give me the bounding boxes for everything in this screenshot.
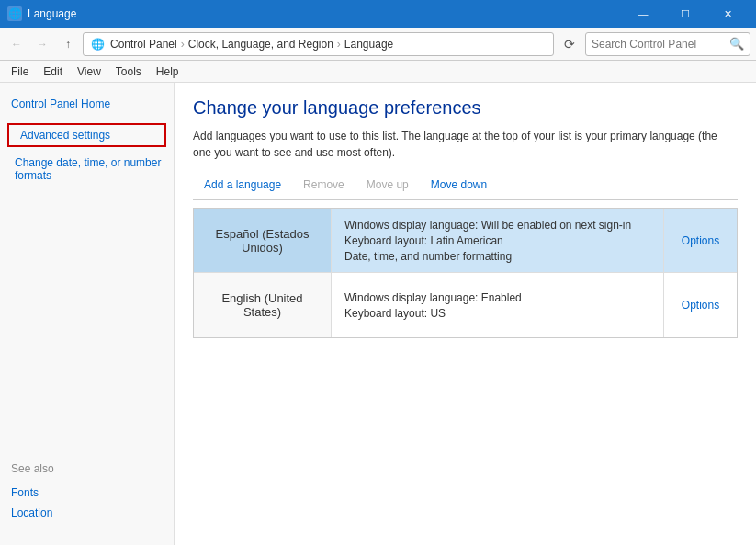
- menu-edit[interactable]: Edit: [36, 63, 70, 80]
- breadcrumb-control-panel: Control Panel: [110, 38, 177, 51]
- title-bar: 🌐 Language — ☐ ✕: [0, 0, 756, 28]
- sidebar-home-link[interactable]: Control Panel Home: [0, 94, 174, 114]
- sidebar-advanced-settings[interactable]: Advanced settings: [7, 123, 166, 147]
- menu-bar: File Edit View Tools Help: [0, 61, 756, 83]
- lang-name-english: English (United States): [194, 273, 332, 337]
- options-link-spanish[interactable]: Options: [682, 234, 719, 247]
- see-also-label: See also: [0, 459, 174, 479]
- window-title: Language: [28, 7, 622, 20]
- sep2: ›: [337, 38, 341, 51]
- lang-options-spanish: Options: [663, 209, 737, 272]
- sidebar: Control Panel Home Advanced settings Cha…: [0, 83, 175, 545]
- remove-button[interactable]: Remove: [292, 176, 355, 194]
- menu-help[interactable]: Help: [149, 63, 186, 80]
- lang-info1-spanish: Windows display language: Will be enable…: [344, 219, 650, 232]
- move-up-button[interactable]: Move up: [355, 176, 420, 194]
- sidebar-bottom: See also Fonts Location: [0, 448, 174, 534]
- up-button[interactable]: ↑: [57, 33, 79, 55]
- breadcrumb-language: Language: [344, 38, 393, 51]
- content-area: Change your language preferences Add lan…: [175, 83, 756, 545]
- menu-tools[interactable]: Tools: [108, 63, 149, 80]
- page-title: Change your language preferences: [193, 97, 738, 119]
- main-layout: Control Panel Home Advanced settings Cha…: [0, 83, 756, 545]
- minimize-button[interactable]: —: [622, 0, 664, 28]
- lang-info1-english: Windows display language: Enabled: [344, 291, 650, 304]
- sep1: ›: [181, 38, 185, 51]
- lang-info2-spanish: Keyboard layout: Latin American: [344, 234, 650, 247]
- maximize-button[interactable]: ☐: [664, 0, 706, 28]
- window-controls: — ☐ ✕: [622, 0, 749, 28]
- menu-view[interactable]: View: [70, 63, 108, 80]
- address-path[interactable]: 🌐 Control Panel › Clock, Language, and R…: [83, 32, 554, 56]
- menu-file[interactable]: File: [4, 63, 36, 80]
- search-input[interactable]: [592, 38, 729, 51]
- back-button[interactable]: ←: [6, 33, 28, 55]
- options-link-english[interactable]: Options: [682, 299, 719, 312]
- language-list: Español (Estados Unidos) Windows display…: [193, 208, 738, 338]
- lang-info-spanish: Windows display language: Will be enable…: [332, 209, 663, 272]
- lang-info-english: Windows display language: Enabled Keyboa…: [332, 273, 663, 337]
- lang-info3-spanish: Date, time, and number formatting: [344, 250, 650, 263]
- lang-info2-english: Keyboard layout: US: [344, 307, 650, 320]
- sidebar-date-link[interactable]: Change date, time, or number formats: [4, 153, 174, 186]
- language-row-english[interactable]: English (United States) Windows display …: [194, 273, 737, 337]
- search-box: 🔍: [585, 32, 750, 56]
- breadcrumb-clock: Clock, Language, and Region: [188, 38, 333, 51]
- move-down-button[interactable]: Move down: [420, 176, 498, 194]
- language-toolbar: Add a language Remove Move up Move down: [193, 176, 738, 200]
- search-icon: 🔍: [729, 37, 744, 51]
- address-bar: ← → ↑ 🌐 Control Panel › Clock, Language,…: [0, 28, 756, 61]
- globe-icon: 🌐: [91, 38, 105, 51]
- forward-button[interactable]: →: [31, 33, 53, 55]
- lang-options-english: Options: [663, 273, 737, 337]
- app-icon: 🌐: [7, 6, 22, 21]
- lang-name-spanish: Español (Estados Unidos): [194, 209, 332, 272]
- content-description: Add languages you want to use to this li…: [193, 128, 726, 161]
- sidebar-fonts-link[interactable]: Fonts: [0, 483, 174, 503]
- language-row-spanish[interactable]: Español (Estados Unidos) Windows display…: [194, 209, 737, 273]
- refresh-button[interactable]: ⟳: [558, 32, 581, 56]
- add-language-button[interactable]: Add a language: [193, 176, 292, 194]
- sidebar-location-link[interactable]: Location: [0, 503, 174, 523]
- close-button[interactable]: ✕: [706, 0, 749, 28]
